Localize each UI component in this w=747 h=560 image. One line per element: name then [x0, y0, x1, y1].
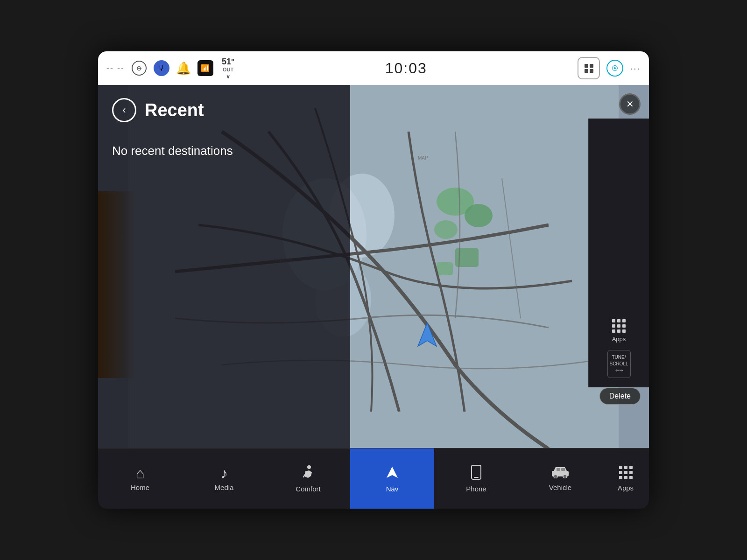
svg-rect-8: [437, 262, 453, 275]
nav-item-media[interactable]: ♪ Media: [182, 448, 266, 509]
bottom-nav: ⌂ Home ♪ Media Comfort: [98, 448, 649, 509]
back-button[interactable]: ‹: [112, 98, 136, 122]
temperature-display: 51° OUT ∨: [222, 57, 234, 80]
grid-icon: [585, 64, 593, 73]
nav-item-phone[interactable]: Phone: [434, 448, 518, 509]
recent-panel: ‹ Recent No recent destinations: [98, 85, 350, 448]
status-bar: -- -- ⊖ 🔔 📶 51° OUT ∨ 10:03: [98, 51, 649, 85]
nav-icon: [385, 465, 400, 482]
svg-text:MAP: MAP: [418, 155, 428, 161]
apps-nav-label: Apps: [618, 484, 634, 492]
right-controls: Apps TUNE/SCROLL⇐⇒: [588, 119, 649, 387]
nav-item-vehicle[interactable]: Vehicle: [518, 448, 602, 509]
phone-icon: [470, 465, 483, 482]
bezel-shadow: [98, 191, 135, 378]
vehicle-icon: [551, 466, 570, 481]
svg-line-13: [303, 474, 305, 477]
temp-label: OUT: [223, 67, 233, 72]
comfort-label: Comfort: [296, 485, 320, 493]
media-icon: ♪: [220, 466, 228, 481]
delete-label: Delete: [609, 392, 631, 400]
close-icon: ✕: [626, 98, 634, 110]
car-infotainment-screen: -- -- ⊖ 🔔 📶 51° OUT ∨ 10:03: [98, 51, 649, 509]
media-label: Media: [215, 483, 234, 491]
wifi-icon: 📶: [197, 60, 213, 76]
steering-icon: ⊖: [131, 60, 147, 76]
home-label: Home: [131, 483, 149, 491]
vehicle-label: Vehicle: [549, 483, 571, 491]
notification-icon[interactable]: 🔔: [176, 61, 191, 76]
svg-point-5: [465, 204, 493, 227]
close-button[interactable]: ✕: [619, 93, 641, 115]
recent-header: ‹ Recent: [112, 98, 336, 122]
grid-button[interactable]: [578, 57, 600, 79]
voice-icon[interactable]: [154, 60, 169, 76]
back-arrow-icon: ‹: [122, 104, 126, 116]
apps-label: Apps: [612, 336, 626, 343]
svg-point-6: [434, 220, 458, 239]
nav-circle-icon: ⊖: [132, 61, 147, 76]
svg-rect-16: [474, 477, 479, 478]
svg-point-19: [563, 475, 567, 478]
tuner-control[interactable]: TUNE/SCROLL⇐⇒: [607, 350, 631, 378]
nav-item-home[interactable]: ⌂ Home: [98, 448, 182, 509]
nav-item-nav[interactable]: Nav: [350, 448, 434, 509]
apps-button[interactable]: Apps: [612, 319, 626, 343]
nav-item-comfort[interactable]: Comfort: [266, 448, 350, 509]
temp-value: 51°: [222, 57, 234, 67]
svg-rect-20: [557, 468, 560, 471]
home-icon: ⌂: [135, 466, 144, 481]
location-button[interactable]: ⦿: [606, 60, 623, 77]
comfort-icon: [301, 465, 316, 482]
apps-nav-grid-icon: [619, 466, 633, 479]
main-content: ALESSA MAP ‹ Recent No recent destinatio…: [98, 85, 649, 448]
temp-chevron: ∨: [226, 73, 230, 80]
svg-marker-14: [387, 467, 398, 478]
svg-point-18: [554, 475, 557, 478]
phone-label: Phone: [466, 485, 486, 493]
apps-grid-icon: [612, 319, 626, 333]
nav-item-apps[interactable]: Apps: [602, 448, 649, 509]
recent-title: Recent: [145, 100, 204, 120]
menu-dots[interactable]: ···: [630, 63, 641, 74]
svg-rect-21: [561, 468, 565, 471]
delete-button[interactable]: Delete: [599, 388, 641, 405]
dash-indicator: -- --: [106, 63, 125, 73]
empty-destinations-message: No recent destinations: [112, 139, 336, 163]
clock: 10:03: [385, 60, 427, 77]
nav-label: Nav: [386, 485, 399, 493]
svg-point-12: [307, 465, 311, 469]
